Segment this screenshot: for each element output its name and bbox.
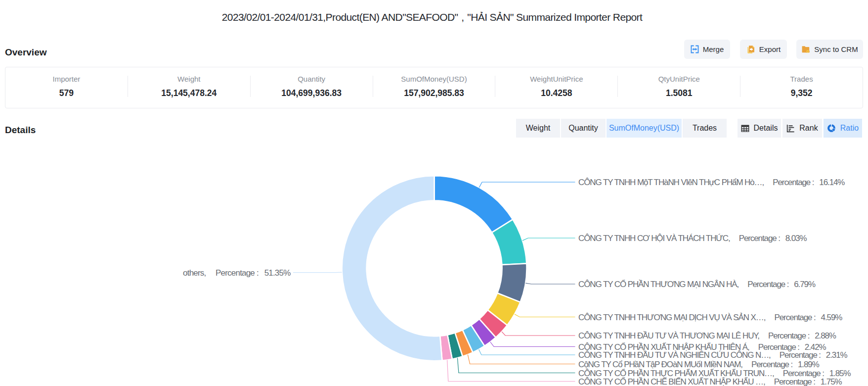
svg-text:CÔNG TY TNHH THƯƠNG MẠI DỊCH V: CÔNG TY TNHH THƯƠNG MẠI DỊCH VỤ VÀ SẢN X… bbox=[578, 313, 842, 322]
svg-text:CộNG TY Cổ PHầN TậP ĐOàN MUốI: CộNG TY Cổ PHầN TậP ĐOàN MUốI MIềN NAM, … bbox=[578, 360, 820, 369]
svg-text:CÔNG TY CỔ PHẦN THƯƠNG MẠI NGÂ: CÔNG TY CỔ PHẦN THƯƠNG MẠI NGÂN HÀ, Perc… bbox=[578, 280, 816, 289]
svg-text:CÔNG TY TNHH ĐẦU TƯ VÀ THƯƠNG: CÔNG TY TNHH ĐẦU TƯ VÀ THƯƠNG MẠI LÊ HUY… bbox=[578, 331, 836, 340]
svg-text:CÔNG TY TNHH CƠ HỘI VÀ THÁCH T: CÔNG TY TNHH CƠ HỘI VÀ THÁCH THỨC, Perce… bbox=[578, 234, 807, 243]
svg-text:CÔNG TY CỔ PHẦN CHẾ BIẾN XUẤT: CÔNG TY CỔ PHẦN CHẾ BIẾN XUẤT NHẬP KHẨU … bbox=[578, 377, 842, 386]
svg-text:CÔNG TY TNHH ĐẦU TƯ VÀ NGHIÊN: CÔNG TY TNHH ĐẦU TƯ VÀ NGHIÊN CỨU CÔNG N… bbox=[578, 350, 848, 360]
svg-text:CÔNG TY TNHH MộT THàNH VIêN TH: CÔNG TY TNHH MộT THàNH VIêN THựC PHẩM Hò… bbox=[578, 178, 845, 187]
svg-text:others, Percentage : 51.: others, Percentage : 51.35% bbox=[183, 268, 291, 278]
